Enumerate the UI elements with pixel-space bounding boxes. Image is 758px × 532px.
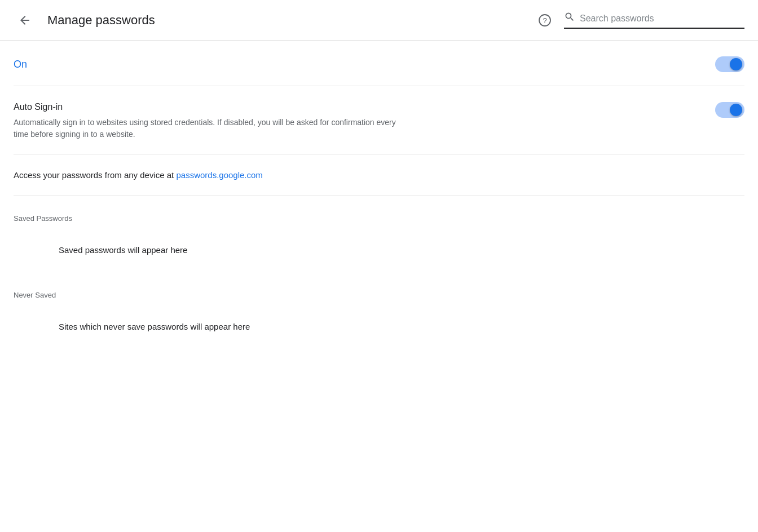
auto-signin-slider [715, 102, 744, 118]
header-actions: ? [535, 10, 744, 30]
header: Manage passwords ? [0, 0, 758, 41]
content: On Auto Sign-in Automatically sign in to… [0, 41, 758, 354]
page-title: Manage passwords [47, 13, 535, 28]
help-button[interactable]: ? [535, 10, 555, 30]
auto-signin-toggle[interactable] [715, 102, 744, 118]
back-button[interactable] [14, 9, 36, 32]
passwords-google-link[interactable]: passwords.google.com [176, 170, 262, 180]
search-icon [564, 11, 575, 25]
never-saved-section: Never Saved Sites which never save passw… [14, 282, 744, 354]
auto-signin-text: Auto Sign-in Automatically sign in to we… [14, 102, 715, 140]
auto-signin-row: Auto Sign-in Automatically sign in to we… [14, 86, 744, 154]
saved-passwords-header: Saved Passwords [14, 196, 744, 232]
search-container [564, 11, 744, 29]
access-passwords-text: Access your passwords from any device at [14, 170, 176, 180]
auto-signin-title: Auto Sign-in [14, 102, 693, 112]
save-passwords-toggle-row: On [14, 41, 744, 86]
save-passwords-toggle[interactable] [715, 56, 744, 72]
auto-signin-description: Automatically sign in to websites using … [14, 117, 408, 140]
save-passwords-slider [715, 56, 744, 72]
search-input[interactable] [580, 14, 744, 24]
save-passwords-on-label: On [14, 59, 27, 70]
saved-passwords-empty: Saved passwords will appear here [14, 232, 744, 277]
access-passwords-row: Access your passwords from any device at… [14, 154, 744, 196]
never-saved-empty: Sites which never save passwords will ap… [14, 308, 744, 354]
never-saved-header: Never Saved [14, 282, 744, 308]
svg-text:?: ? [543, 16, 547, 25]
